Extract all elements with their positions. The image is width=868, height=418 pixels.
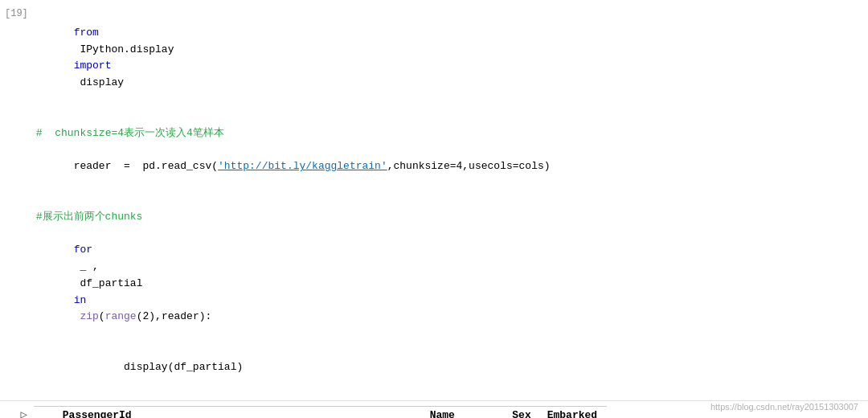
th-sex1: Sex: [487, 407, 541, 418]
cell-number: [19]: [0, 6, 33, 394]
string-url: 'http://bit.ly/kaggletrain': [218, 160, 387, 172]
output-arrow: ▷: [21, 408, 27, 418]
module-ipython: IPython.display: [74, 43, 181, 55]
kw-in: in: [74, 294, 87, 306]
output-indicator: ▷: [0, 401, 31, 418]
code-line-for: for _ , df_partial in zip(range(2),reade…: [36, 225, 860, 342]
module-display: display: [74, 76, 124, 88]
th-embarked1: Embarked: [541, 407, 607, 418]
paren-open: (: [99, 310, 105, 322]
code-line-blank1: [36, 109, 860, 125]
table1-header-row: PassengerId Name Sex Embarked: [34, 407, 607, 418]
th-passengerid1: PassengerId: [56, 407, 141, 418]
kw-for: for: [74, 244, 92, 256]
range-args: (2),reader):: [137, 310, 212, 322]
func-display: display(df_partial): [124, 361, 243, 373]
th-name1: Name: [141, 407, 487, 418]
code-line-blank2: [36, 192, 860, 209]
kw-from: from: [74, 27, 99, 39]
table1: PassengerId Name Sex Embarked 0 1 Braund…: [34, 406, 607, 418]
code-line-comment1: # chunksize=4表示一次读入4笔样本: [36, 125, 860, 142]
var-underscore: _ ,: [74, 260, 105, 273]
th-index1: [34, 407, 56, 418]
builtin-zip: zip: [74, 310, 99, 322]
indent: [74, 361, 124, 373]
code-line-1: from IPython.display import display: [36, 8, 860, 109]
kw-import: import: [74, 59, 112, 72]
var-dfpartial: df_partial: [74, 277, 149, 289]
code-content: from IPython.display import display # ch…: [33, 6, 868, 394]
code-line-display: display(df_partial): [36, 342, 860, 392]
code-line-reader: reader = pd.read_csv('http://bit.ly/kagg…: [36, 141, 860, 191]
code-cell: [19] from IPython.display import display…: [0, 0, 868, 401]
var-params: ,chunksize=4,usecols=cols): [387, 160, 551, 172]
builtin-range: range: [105, 310, 137, 322]
var-reader: reader = pd.read_csv(: [74, 160, 218, 172]
code-line-comment2: #展示出前两个chunks: [36, 209, 860, 226]
watermark: https://blog.csdn.net/ray20151303007: [710, 402, 858, 412]
